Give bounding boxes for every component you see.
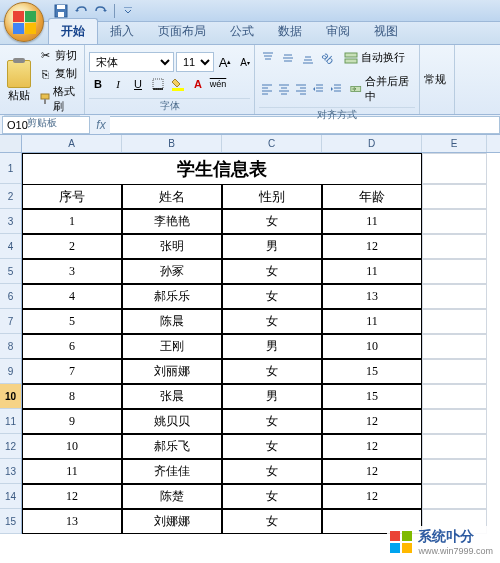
column-header[interactable]: C [222,135,322,152]
table-cell[interactable]: 15 [322,384,422,409]
align-center-button[interactable] [276,80,291,98]
table-cell[interactable]: 12 [322,484,422,509]
table-cell[interactable]: 12 [322,459,422,484]
table-header-cell[interactable]: 姓名 [122,184,222,209]
row-header[interactable]: 3 [0,209,21,234]
align-left-button[interactable] [259,80,274,98]
table-cell[interactable]: 15 [322,359,422,384]
table-cell[interactable]: 刘娜娜 [122,509,222,534]
row-header[interactable]: 1 [0,153,21,184]
table-cell[interactable]: 陈晨 [122,309,222,334]
table-cell[interactable]: 女 [222,259,322,284]
column-header[interactable]: B [122,135,222,152]
table-cell[interactable]: 女 [222,509,322,534]
table-cell[interactable]: 女 [222,209,322,234]
tab-review[interactable]: 审阅 [314,19,362,44]
table-cell[interactable]: 7 [22,359,122,384]
table-cell[interactable]: 12 [322,409,422,434]
row-header[interactable]: 7 [0,309,21,334]
table-cell[interactable]: 13 [322,284,422,309]
row-header[interactable]: 13 [0,459,21,484]
border-button[interactable] [149,75,167,93]
table-header-cell[interactable]: 序号 [22,184,122,209]
orientation-button[interactable]: ab [319,49,337,67]
table-cell[interactable]: 6 [22,334,122,359]
cell[interactable] [422,284,487,309]
table-cell[interactable]: 12 [322,234,422,259]
row-header[interactable]: 15 [0,509,21,534]
table-cell[interactable]: 齐佳佳 [122,459,222,484]
tab-layout[interactable]: 页面布局 [146,19,218,44]
table-cell[interactable]: 8 [22,384,122,409]
row-header[interactable]: 14 [0,484,21,509]
table-cell[interactable]: 女 [222,359,322,384]
cell[interactable] [422,153,487,184]
table-cell[interactable]: 9 [22,409,122,434]
table-cell[interactable]: 3 [22,259,122,284]
fill-color-button[interactable] [169,75,187,93]
merge-center-button[interactable]: 合并后居中 [345,71,415,107]
align-top-button[interactable] [259,49,277,67]
shrink-font-button[interactable]: A▾ [236,53,254,71]
redo-button[interactable] [92,2,110,20]
table-cell[interactable]: 10 [22,434,122,459]
table-cell[interactable]: 12 [22,484,122,509]
paste-button[interactable]: 粘贴 [4,55,34,107]
row-header[interactable]: 10 [0,384,21,409]
table-cell[interactable]: 11 [322,309,422,334]
bold-button[interactable]: B [89,75,107,93]
table-cell[interactable]: 10 [322,334,422,359]
underline-button[interactable]: U [129,75,147,93]
undo-button[interactable] [72,2,90,20]
data-grid[interactable]: 学生信息表序号姓名性别年龄1李艳艳女112张明男123孙冢女114郝乐乐女135… [22,153,500,534]
tab-home[interactable]: 开始 [48,18,98,44]
table-cell[interactable]: 女 [222,409,322,434]
cell[interactable] [422,384,487,409]
tab-insert[interactable]: 插入 [98,19,146,44]
font-size-select[interactable]: 11 [176,52,214,72]
format-painter-button[interactable]: 格式刷 [36,83,81,115]
save-button[interactable] [52,2,70,20]
phonetic-button[interactable]: wén [209,75,227,93]
cell[interactable] [422,459,487,484]
table-cell[interactable]: 郝乐乐 [122,284,222,309]
column-header[interactable]: E [422,135,487,152]
table-header-cell[interactable]: 性别 [222,184,322,209]
table-cell[interactable]: 孙冢 [122,259,222,284]
row-header[interactable]: 11 [0,409,21,434]
row-header[interactable]: 12 [0,434,21,459]
table-cell[interactable]: 陈楚 [122,484,222,509]
cell[interactable] [422,259,487,284]
align-bottom-button[interactable] [299,49,317,67]
tab-data[interactable]: 数据 [266,19,314,44]
font-name-select[interactable]: 宋体 [89,52,174,72]
font-color-button[interactable]: A [189,75,207,93]
table-cell[interactable]: 女 [222,459,322,484]
table-cell[interactable]: 女 [222,284,322,309]
number-format-label[interactable]: 常规 [424,72,446,87]
align-middle-button[interactable] [279,49,297,67]
wrap-text-button[interactable]: 自动换行 [339,47,410,68]
cut-button[interactable]: ✂ 剪切 [36,47,81,64]
table-cell[interactable]: 张晨 [122,384,222,409]
fx-button[interactable]: fx [92,116,110,134]
table-cell[interactable]: 11 [322,259,422,284]
tab-formulas[interactable]: 公式 [218,19,266,44]
italic-button[interactable]: I [109,75,127,93]
table-cell[interactable]: 男 [222,334,322,359]
table-cell[interactable]: 男 [222,384,322,409]
table-cell[interactable]: 4 [22,284,122,309]
cell[interactable] [422,334,487,359]
table-cell[interactable]: 张明 [122,234,222,259]
table-cell[interactable]: 刘丽娜 [122,359,222,384]
cell[interactable] [422,234,487,259]
select-all-corner[interactable] [0,135,21,153]
cell[interactable] [422,409,487,434]
table-cell[interactable]: 1 [22,209,122,234]
table-cell[interactable]: 男 [222,234,322,259]
table-cell[interactable]: 13 [22,509,122,534]
table-cell[interactable]: 女 [222,484,322,509]
row-header[interactable]: 4 [0,234,21,259]
row-header[interactable]: 8 [0,334,21,359]
sheet-title-cell[interactable]: 学生信息表 [22,153,422,184]
